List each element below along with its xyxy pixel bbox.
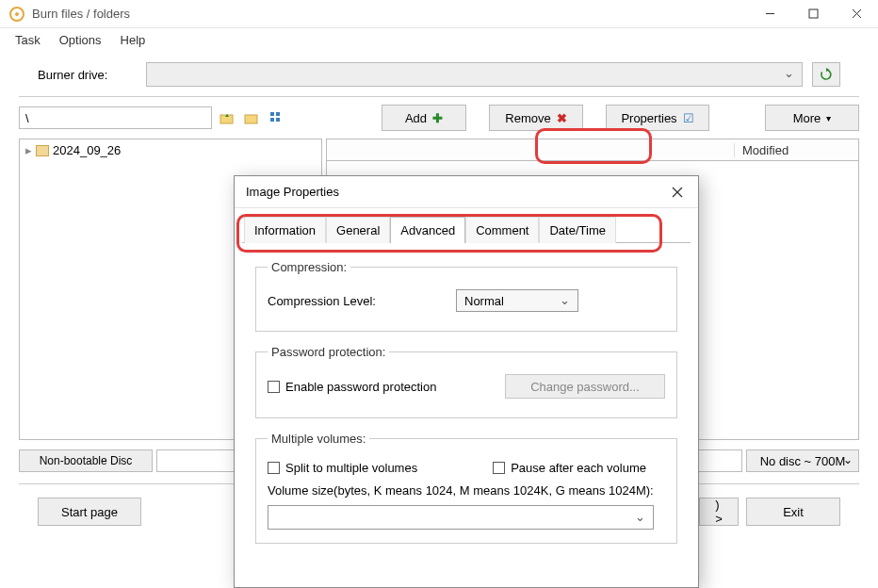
refresh-icon <box>820 68 833 81</box>
close-button[interactable] <box>835 0 878 28</box>
image-properties-dialog: Image Properties Information General Adv… <box>234 175 699 588</box>
more-button[interactable]: More▾ <box>765 105 859 131</box>
menu-help[interactable]: Help <box>111 31 155 49</box>
plus-icon: ✚ <box>432 111 443 125</box>
titlebar: Burn files / folders <box>0 0 878 28</box>
add-button[interactable]: Add✚ <box>382 105 466 131</box>
refresh-button[interactable] <box>812 62 840 87</box>
compression-level-value: Normal <box>464 294 504 308</box>
folder-icon <box>36 145 49 156</box>
burner-label: Burner drive: <box>38 68 137 82</box>
dialog-titlebar: Image Properties <box>235 176 698 208</box>
password-group: Password protection: Enable password pro… <box>255 345 677 418</box>
split-volumes-label: Split to multiple volumes <box>285 461 417 475</box>
app-icon <box>9 7 24 22</box>
dialog-title: Image Properties <box>246 185 339 199</box>
compression-legend: Compression: <box>268 260 350 274</box>
enable-password-label: Enable password protection <box>285 380 436 394</box>
svg-rect-6 <box>270 112 274 116</box>
check-icon: ☑ <box>683 111 694 125</box>
properties-label: Properties <box>621 111 676 125</box>
menubar: Task Options Help <box>0 28 878 51</box>
compression-level-select[interactable]: Normal <box>456 289 578 312</box>
view-grid-icon[interactable] <box>267 108 285 127</box>
exit-button[interactable]: Exit <box>746 498 840 526</box>
start-page-button[interactable]: Start page <box>38 498 141 526</box>
svg-rect-5 <box>245 115 257 123</box>
svg-rect-7 <box>276 112 280 116</box>
path-input[interactable] <box>19 106 212 129</box>
next-button[interactable]: ) > <box>699 498 739 526</box>
volume-size-label: Volume size(bytes, K means 1024, M means… <box>268 482 665 499</box>
tab-advanced[interactable]: Advanced <box>390 217 465 243</box>
remove-label: Remove <box>505 111 550 125</box>
menu-task[interactable]: Task <box>6 31 50 49</box>
dialog-close-button[interactable] <box>662 180 692 204</box>
list-header: Modified <box>326 139 859 161</box>
tab-information[interactable]: Information <box>244 217 326 243</box>
password-legend: Password protection: <box>268 345 389 359</box>
burner-row: Burner drive: <box>19 51 859 97</box>
compression-group: Compression: Compression Level: Normal <box>255 260 677 332</box>
volume-size-select[interactable] <box>268 505 654 530</box>
expand-icon[interactable]: ▸ <box>25 143 32 157</box>
volumes-legend: Multiple volumes: <box>268 432 369 446</box>
tree-root-label: 2024_09_26 <box>53 143 121 157</box>
tab-body-advanced: Compression: Compression Level: Normal P… <box>242 242 691 566</box>
volumes-group: Multiple volumes: Split to multiple volu… <box>255 432 677 544</box>
pause-volume-checkbox[interactable]: Pause after each volume <box>493 461 646 475</box>
col-modified[interactable]: Modified <box>734 143 851 157</box>
checkbox-icon <box>493 462 505 474</box>
add-label: Add <box>405 111 427 125</box>
tab-comment[interactable]: Comment <box>465 217 539 243</box>
chevron-down-icon: ▾ <box>826 113 831 123</box>
more-label: More <box>793 111 821 125</box>
tree-root-item[interactable]: ▸ 2024_09_26 <box>25 143 316 157</box>
remove-button[interactable]: Remove✖ <box>489 105 583 131</box>
svg-rect-9 <box>276 118 280 122</box>
svg-rect-8 <box>270 118 274 122</box>
maximize-button[interactable] <box>791 0 835 28</box>
svg-rect-1 <box>809 9 818 18</box>
tab-general[interactable]: General <box>326 217 390 243</box>
split-volumes-checkbox[interactable]: Split to multiple volumes <box>268 461 417 475</box>
enable-password-checkbox[interactable]: Enable password protection <box>268 380 436 394</box>
window-title: Burn files / folders <box>32 7 748 21</box>
minimize-button[interactable] <box>748 0 791 28</box>
dialog-tabs: Information General Advanced Comment Dat… <box>235 208 698 242</box>
change-password-button: Change password... <box>505 374 665 399</box>
toolbar: Add✚ Remove✖ Properties☑ More▾ <box>0 97 878 139</box>
properties-button[interactable]: Properties☑ <box>606 105 709 131</box>
menu-options[interactable]: Options <box>50 31 111 49</box>
boot-status[interactable]: Non-bootable Disc <box>19 449 153 472</box>
compression-level-label: Compression Level: <box>268 294 447 308</box>
disc-size-dropdown[interactable]: No disc ~ 700M <box>746 449 859 472</box>
burner-drive-dropdown[interactable] <box>146 62 803 87</box>
checkbox-icon <box>268 381 280 393</box>
disc-size-label: No disc ~ 700M <box>760 454 846 468</box>
x-icon: ✖ <box>557 111 567 125</box>
folder-open-icon[interactable] <box>242 108 261 127</box>
pause-volume-label: Pause after each volume <box>511 461 646 475</box>
folder-up-icon[interactable] <box>218 108 236 127</box>
tab-datetime[interactable]: Date/Time <box>539 217 615 243</box>
checkbox-icon <box>268 462 280 474</box>
